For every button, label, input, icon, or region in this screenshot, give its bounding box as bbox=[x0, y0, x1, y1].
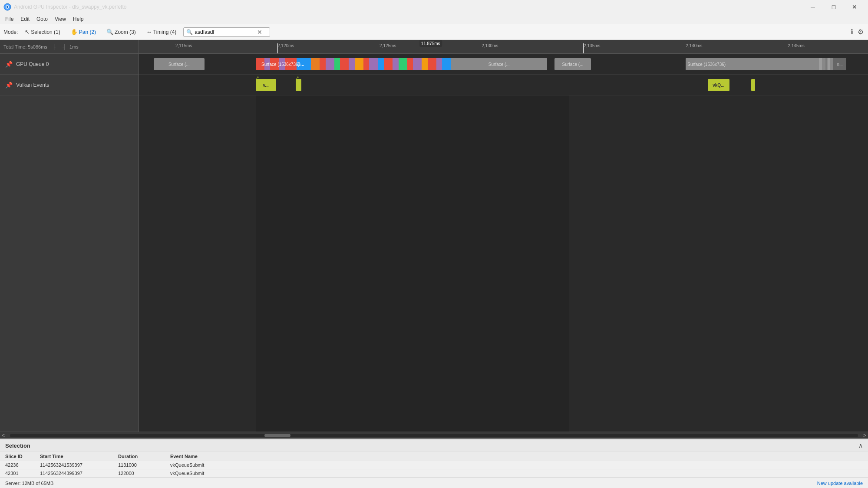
title-text: Android GPU Inspector - dls_swappy_vk.pe… bbox=[14, 4, 126, 10]
info-button[interactable]: ℹ bbox=[850, 27, 854, 37]
selection-table-header: Slice ID Start Time Duration Event Name bbox=[0, 452, 868, 461]
mode-zoom-label: Zoom (3) bbox=[115, 29, 136, 35]
time-marker-0: 2,115ms bbox=[175, 43, 192, 48]
time-marker-6: 2,145ms bbox=[788, 43, 804, 48]
svg-point-2 bbox=[7, 6, 8, 8]
gpu-surface-seg-right[interactable]: Surface (... bbox=[554, 58, 591, 70]
mode-pan-button[interactable]: ✋ Pan (2) bbox=[67, 27, 99, 36]
menu-edit[interactable]: Edit bbox=[17, 15, 33, 23]
empty-track-area bbox=[139, 95, 868, 432]
search-container: 🔍 ✕ bbox=[183, 27, 270, 37]
close-button[interactable]: ✕ bbox=[845, 0, 865, 14]
timing-icon: ↔ bbox=[146, 29, 152, 35]
toolbar: Mode: ↖ Selection (1) ✋ Pan (2) 🔍 Zoom (… bbox=[0, 24, 868, 40]
mode-timing-button[interactable]: ↔ Timing (4) bbox=[143, 27, 180, 36]
tracks-content[interactable]: Surface (... B... bbox=[139, 54, 868, 432]
toolbar-right: ℹ ⚙ bbox=[850, 27, 865, 37]
settings-button[interactable]: ⚙ bbox=[857, 27, 865, 37]
cell-event-name-1: vkQueueSubmit bbox=[170, 471, 863, 476]
measure-label: 11.875ms bbox=[419, 40, 442, 47]
mode-zoom-button[interactable]: 🔍 Zoom (3) bbox=[103, 27, 139, 36]
gpu-queue-label: GPU Queue 0 bbox=[16, 61, 49, 67]
pan-icon: ✋ bbox=[71, 29, 78, 35]
timeline-header: Total Time: 5s086ms ├──┤ 1ms 2,115ms 2,1… bbox=[0, 40, 868, 54]
cell-event-name-0: vkQueueSubmit bbox=[170, 462, 863, 468]
scroll-right-button[interactable]: > bbox=[861, 432, 868, 439]
total-time-label: Total Time: 5s086ms bbox=[3, 44, 47, 49]
vulkan-events-label-row: 📌 Vulkan Events bbox=[0, 75, 139, 95]
empty-left-area bbox=[139, 95, 256, 432]
scroll-thumb[interactable] bbox=[264, 434, 290, 437]
title-bar-left: Android GPU Inspector - dls_swappy_vk.pe… bbox=[3, 3, 126, 11]
gpu-surface-right[interactable]: Surface (1536x736) B... bbox=[686, 58, 846, 70]
mode-selection-button[interactable]: ↖ Selection (1) bbox=[21, 27, 63, 36]
cell-start-time-1: 1142563244399397 bbox=[40, 471, 118, 476]
search-clear-button[interactable]: ✕ bbox=[257, 29, 262, 36]
scale-label: 1ms bbox=[69, 44, 79, 49]
empty-right-area bbox=[569, 95, 868, 432]
selection-title: Selection bbox=[5, 442, 30, 449]
selection-header: Selection ∧ bbox=[0, 439, 868, 452]
vulkan-events-label: Vulkan Events bbox=[16, 82, 49, 88]
cell-slice-id-0: 42236 bbox=[5, 462, 40, 468]
search-input[interactable] bbox=[195, 29, 255, 35]
vulkan-vkq-segment[interactable]: vkQ... bbox=[708, 79, 729, 91]
mode-selection-label: Selection (1) bbox=[31, 29, 60, 35]
search-icon: 🔍 bbox=[186, 29, 193, 35]
vulkan-small-segment-1[interactable] bbox=[296, 79, 301, 91]
timeline-ruler: 2,115ms 2,120ms 2,125ms 2,130ms 2,135ms … bbox=[139, 40, 868, 53]
time-marker-5: 2,140ms bbox=[686, 43, 702, 48]
app-icon bbox=[3, 3, 11, 11]
menu-bar: File Edit Goto View Help bbox=[0, 14, 868, 24]
measure-indicator: 11.875ms bbox=[277, 40, 584, 53]
scroll-track[interactable] bbox=[10, 434, 858, 437]
scroll-bar-area: < > bbox=[0, 432, 868, 439]
menu-file[interactable]: File bbox=[2, 15, 17, 23]
gpu-surface-seg-1[interactable]: Surface (... bbox=[154, 58, 205, 70]
menu-view[interactable]: View bbox=[51, 15, 69, 23]
update-link[interactable]: New update available bbox=[817, 481, 863, 486]
cell-duration-1: 122000 bbox=[118, 471, 170, 476]
menu-goto[interactable]: Goto bbox=[33, 15, 51, 23]
selection-icon: ↖ bbox=[25, 29, 30, 35]
status-bar: Server: 12MB of 65MB New update availabl… bbox=[0, 478, 868, 488]
mode-pan-label: Pan (2) bbox=[79, 29, 96, 35]
vulkan-small-segment-2[interactable] bbox=[751, 79, 755, 91]
gpu-surface-multicolor[interactable]: B... bbox=[256, 58, 548, 70]
col-header-event-name: Event Name bbox=[170, 454, 863, 459]
server-info: Server: 12MB of 65MB bbox=[5, 481, 53, 486]
selection-panel: Selection ∧ Slice ID Start Time Duration… bbox=[0, 439, 868, 478]
selection-collapse-button[interactable]: ∧ bbox=[858, 442, 863, 449]
scale-bar-icon: ├──┤ bbox=[53, 44, 66, 49]
maximize-button[interactable]: □ bbox=[824, 0, 844, 14]
col-header-start-time: Start Time bbox=[40, 454, 118, 459]
window-controls: ─ □ ✕ bbox=[803, 0, 865, 14]
scroll-left-button[interactable]: < bbox=[0, 432, 7, 439]
gpu-queue-label-row: 📌 GPU Queue 0 bbox=[0, 54, 139, 75]
empty-selection-area bbox=[256, 95, 569, 432]
cell-slice-id-1: 42301 bbox=[5, 471, 40, 476]
col-header-slice-id: Slice ID bbox=[5, 454, 40, 459]
menu-help[interactable]: Help bbox=[69, 15, 87, 23]
vulkan-events-pin-icon[interactable]: 📌 bbox=[5, 82, 13, 88]
vulkan-events-track-row: ↗ v... ↗ vkQ... bbox=[139, 75, 868, 95]
gpu-queue-track-row: Surface (... B... bbox=[139, 54, 868, 75]
selection-row-1[interactable]: 42301 1142563244399397 122000 vkQueueSub… bbox=[0, 469, 868, 478]
col-header-duration: Duration bbox=[118, 454, 170, 459]
cell-start-time-0: 1142563241539397 bbox=[40, 462, 118, 468]
gpu-queue-pin-icon[interactable]: 📌 bbox=[5, 61, 13, 68]
mode-timing-label: Timing (4) bbox=[153, 29, 177, 35]
mode-label: Mode: bbox=[3, 29, 18, 35]
cell-duration-0: 1131000 bbox=[118, 462, 170, 468]
zoom-icon: 🔍 bbox=[106, 29, 113, 35]
time-marker-4: 2,135ms bbox=[584, 43, 600, 48]
vulkan-v-segment[interactable]: v... bbox=[256, 79, 276, 91]
timeline-wrapper: Total Time: 5s086ms ├──┤ 1ms 2,115ms 2,1… bbox=[0, 40, 868, 439]
tracks-container: 📌 GPU Queue 0 📌 Vulkan Events Surface (.… bbox=[0, 54, 868, 432]
minimize-button[interactable]: ─ bbox=[803, 0, 823, 14]
selection-row-0[interactable]: 42236 1142563241539397 1131000 vkQueueSu… bbox=[0, 461, 868, 469]
title-bar: Android GPU Inspector - dls_swappy_vk.pe… bbox=[0, 0, 868, 14]
track-labels: 📌 GPU Queue 0 📌 Vulkan Events bbox=[0, 54, 139, 432]
time-scale-indicator: Total Time: 5s086ms ├──┤ 1ms bbox=[3, 44, 79, 49]
timeline-info-panel: Total Time: 5s086ms ├──┤ 1ms bbox=[0, 40, 139, 53]
